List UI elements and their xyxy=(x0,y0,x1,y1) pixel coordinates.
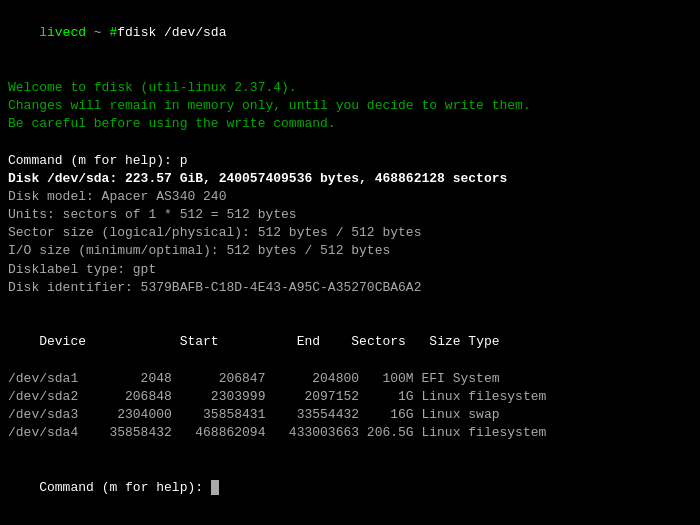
blank-line-1 xyxy=(8,61,692,79)
disk-info-line: Disk /dev/sda: 223.57 GiB, 240057409536 … xyxy=(8,170,692,188)
col-size: Size xyxy=(406,334,468,349)
blank-line-4 xyxy=(8,443,692,461)
initial-command: fdisk /dev/sda xyxy=(117,25,226,40)
partition-table-header: Device Start End Sectors Size Type xyxy=(8,315,692,370)
partition-row-1: /dev/sda1 2048 206847 204800 100M EFI Sy… xyxy=(8,370,692,388)
col-device: Device xyxy=(39,334,133,349)
blank-line-3 xyxy=(8,297,692,315)
col-start: Start xyxy=(133,334,219,349)
blank-line-2 xyxy=(8,133,692,151)
welcome-line1: Welcome to fdisk (util-linux 2.37.4). xyxy=(8,79,692,97)
command-prompt2-text: Command (m for help): xyxy=(39,480,211,495)
partition-row-2: /dev/sda2 206848 2303999 2097152 1G Linu… xyxy=(8,388,692,406)
initial-prompt-line: livecd ~ #fdisk /dev/sda xyxy=(8,6,692,61)
cursor xyxy=(211,480,219,495)
col-sectors: Sectors xyxy=(320,334,406,349)
command-prompt2[interactable]: Command (m for help): xyxy=(8,461,692,516)
prompt-user: livecd xyxy=(39,25,86,40)
disk-model: Disk model: Apacer AS340 240 xyxy=(8,188,692,206)
welcome-line2: Changes will remain in memory only, unti… xyxy=(8,97,692,115)
col-type: Type xyxy=(468,334,499,349)
sector-size-line: Sector size (logical/physical): 512 byte… xyxy=(8,224,692,242)
partition-row-4: /dev/sda4 35858432 468862094 433003663 2… xyxy=(8,424,692,442)
command-prompt1: Command (m for help): p xyxy=(8,152,692,170)
units-line: Units: sectors of 1 * 512 = 512 bytes xyxy=(8,206,692,224)
disklabel-line: Disklabel type: gpt xyxy=(8,261,692,279)
prompt-separator: ~ xyxy=(86,25,109,40)
terminal-window: livecd ~ #fdisk /dev/sda Welcome to fdis… xyxy=(0,0,700,525)
io-size-line: I/O size (minimum/optimal): 512 bytes / … xyxy=(8,242,692,260)
partition-row-3: /dev/sda3 2304000 35858431 33554432 16G … xyxy=(8,406,692,424)
col-end: End xyxy=(219,334,320,349)
disk-identifier-line: Disk identifier: 5379BAFB-C18D-4E43-A95C… xyxy=(8,279,692,297)
welcome-line3: Be careful before using the write comman… xyxy=(8,115,692,133)
